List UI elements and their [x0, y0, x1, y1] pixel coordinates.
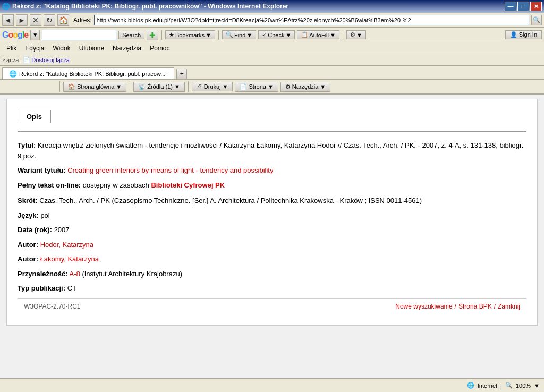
print-button[interactable]: 🖨 Drukuj ▼ — [192, 82, 233, 91]
data-value: 2007 — [54, 226, 70, 234]
typ-value: CT — [67, 284, 76, 292]
przynaleznosc-code-link[interactable]: A-8 — [70, 270, 80, 278]
toolbar-separator-3 — [343, 30, 343, 40]
active-tab[interactable]: 🌐 Rekord z: "Katalog Biblioteki PK: Bibl… — [2, 67, 174, 79]
browser-icon: 🌐 — [2, 3, 10, 10]
autor1-field: Autor: Hodor, Katarzyna — [18, 240, 526, 250]
zoom-label: 100% — [516, 382, 531, 389]
tools-ie-icon: ⚙ — [285, 83, 291, 90]
autofill-button[interactable]: 📋 AutoFill ▼ — [297, 30, 339, 39]
typ-label: Typ publikacji: — [18, 284, 65, 292]
google-search-input[interactable] — [42, 30, 116, 40]
title-bar-left: 🌐 Rekord z: "Katalog Biblioteki PK: Bibl… — [2, 3, 288, 10]
maximize-button[interactable]: □ — [517, 2, 529, 11]
opis-tab-label[interactable]: Opis — [18, 110, 51, 123]
user-icon: 👤 — [510, 31, 517, 38]
check-icon: ✓ — [262, 31, 267, 38]
page-button[interactable]: 📄 Strona ▼ — [235, 82, 278, 92]
page-footer: W3OPAC-2.70-RC1 Nowe wyszukiwanie / Stro… — [18, 298, 526, 314]
zoom-dropdown-icon[interactable]: ▼ — [534, 382, 540, 389]
internet-label: Internet — [478, 382, 497, 389]
find-icon: 🔍 — [226, 31, 233, 38]
zamknij-link[interactable]: Zamknij — [498, 303, 520, 310]
typ-field: Typ publikacji: CT — [18, 283, 526, 294]
new-search-link[interactable]: Nowe wyszukiwanie — [395, 303, 452, 310]
star-icon: ★ — [169, 31, 174, 38]
menu-edycja[interactable]: Edycja — [21, 44, 48, 53]
home-toolbar-icon: 🏠 — [68, 83, 75, 90]
feeds-icon: 📡 — [138, 83, 146, 90]
window-title: Rekord z: "Katalog Biblioteki PK: Biblio… — [12, 3, 288, 10]
autofill-icon: 📋 — [301, 31, 308, 38]
footer-links: Nowe wyszukiwanie / Strona BPK / Zamknij — [395, 303, 520, 310]
page-ie-icon: 📄 — [240, 83, 247, 90]
jezyk-field: Język: pol — [18, 210, 526, 221]
opis-tab-header: Opis — [18, 110, 51, 132]
live-search-input[interactable]: 🔍 — [531, 15, 542, 25]
stop-button[interactable]: ✕ — [30, 14, 41, 26]
footer-sep-1: / — [455, 303, 456, 310]
home-button[interactable]: 🏠 — [57, 14, 69, 26]
tools-dropdown-icon: ▼ — [320, 83, 326, 90]
google-toolbar: Google ▼ Search ✚ ★ Bookmarks ▼ 🔍 Find ▼… — [0, 28, 544, 42]
check-button[interactable]: ✓ Check ▼ — [258, 30, 295, 39]
menu-plik[interactable]: Plik — [2, 44, 21, 53]
skrot-field: Skrót: Czas. Tech., Arch. / PK (Czasopis… — [18, 195, 526, 206]
jezyk-value: pol — [40, 211, 49, 219]
variant-field: Wariant tytułu: Creating green interiors… — [18, 165, 526, 176]
forward-button[interactable]: ► — [16, 14, 28, 26]
autofill-dropdown-icon: ▼ — [330, 32, 336, 38]
add-button[interactable]: ✚ — [147, 30, 158, 40]
print-dropdown-icon: ▼ — [223, 83, 228, 90]
zoom-separator: | — [500, 382, 502, 389]
menu-narzedzia[interactable]: Narzędzia — [108, 44, 146, 53]
settings-icon: ⚙ — [350, 31, 355, 38]
google-logo: Google — [2, 30, 28, 40]
status-right: 🌐 Internet | 🔍 100% ▼ — [467, 382, 540, 389]
content-frame: Opis Tytuł: Kreacja wnętrz zielonych świ… — [6, 99, 538, 326]
address-input[interactable] — [94, 15, 529, 25]
skrot-label: Skrót: — [18, 197, 38, 204]
tools-ie-button[interactable]: ⚙ Narzędzia ▼ — [280, 82, 330, 92]
back-button[interactable]: ◄ — [2, 14, 14, 26]
autor1-label: Autor: — [18, 241, 38, 249]
menu-bar: Plik Edycja Widok Ulubione Narzędzia Pom… — [0, 42, 544, 54]
page-dropdown-icon: ▼ — [268, 83, 274, 90]
google-dropdown-button[interactable]: ▼ — [30, 30, 40, 40]
autor2-link[interactable]: Łakomy, Katarzyna — [40, 255, 99, 263]
strona-bpk-link[interactable]: Strona BPK — [458, 303, 492, 310]
data-field: Data (rok): 2007 — [18, 225, 526, 235]
menu-widok[interactable]: Widok — [48, 44, 74, 53]
google-search-button[interactable]: Search — [118, 31, 144, 39]
bookmarks-button[interactable]: ★ Bookmarks ▼ — [165, 30, 215, 39]
dostosuj-lacza-link[interactable]: 📄 Dostosuj łącza — [23, 56, 70, 63]
tab-label: Rekord z: "Katalog Biblioteki PK: Biblio… — [19, 71, 167, 77]
skrot-full: (Czasopismo Techniczne. [Ser.] A. Archit… — [112, 197, 422, 204]
menu-ulubione[interactable]: Ulubione — [75, 44, 108, 53]
title-label: Tytuł: — [18, 141, 36, 149]
feeds-button[interactable]: 📡 Źródła (1) ▼ — [133, 82, 185, 92]
title-bar: 🌐 Rekord z: "Katalog Biblioteki PK: Bibl… — [0, 0, 544, 13]
ie-sep-1 — [60, 81, 60, 92]
new-tab-button[interactable]: + — [176, 69, 187, 79]
refresh-button[interactable]: ↻ — [44, 14, 55, 26]
variant-label: Wariant tytułu: — [18, 166, 66, 174]
menu-pomoc[interactable]: Pomoc — [146, 44, 174, 53]
tab-icon: 🌐 — [9, 70, 17, 78]
find-button[interactable]: 🔍 Find ▼ — [222, 30, 256, 39]
minimize-button[interactable]: — — [505, 2, 516, 11]
przynaleznosc-field: Przynależność: A-8 (Instytut Architektur… — [18, 269, 526, 279]
title-field: Tytuł: Kreacja wnętrz zielonych światłem… — [18, 140, 526, 161]
signin-button[interactable]: 👤 Sign In — [505, 30, 542, 39]
autor1-link[interactable]: Hodor, Katarzyna — [40, 241, 94, 249]
settings-button[interactable]: ⚙ ▼ — [346, 30, 366, 39]
zoom-icon: 🔍 — [505, 382, 513, 389]
ie-sep-3 — [188, 81, 189, 92]
close-button[interactable]: ✕ — [530, 2, 542, 11]
home-toolbar-button[interactable]: 🏠 Strona główna ▼ — [63, 82, 126, 92]
fulltext-link[interactable]: Biblioteki Cyfrowej PK — [151, 181, 225, 189]
home-dropdown-icon: ▼ — [116, 83, 122, 90]
fulltext-label: Pełny tekst on-line: — [18, 181, 81, 189]
variant-link[interactable]: Creating green interiors by means of lig… — [67, 166, 273, 174]
tab-bar: 🌐 Rekord z: "Katalog Biblioteki PK: Bibl… — [0, 66, 544, 80]
